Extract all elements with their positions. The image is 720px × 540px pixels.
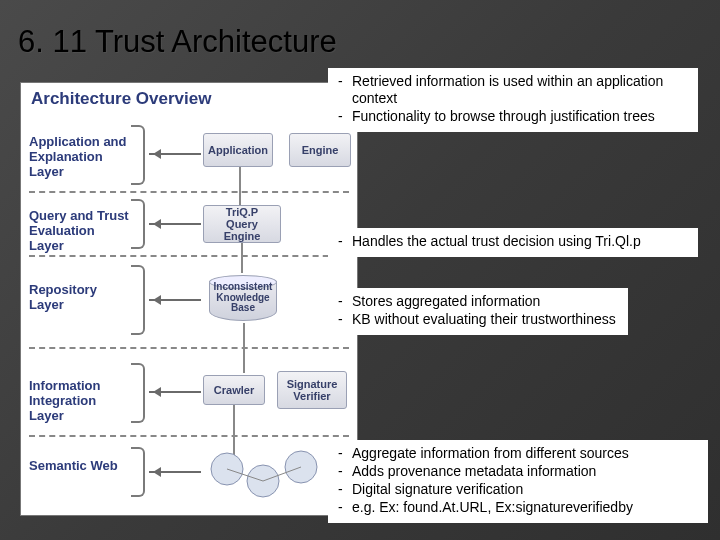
note-item: Retrieved information is used within an … xyxy=(334,73,692,107)
architecture-diagram: Architecture Overview Application and Ex… xyxy=(20,82,358,516)
note-item: Adds provenance metadata information xyxy=(334,463,702,480)
brace-icon xyxy=(131,447,145,497)
arrow-icon xyxy=(149,153,201,155)
box-text: Verifier xyxy=(293,390,330,402)
brace-icon xyxy=(131,199,145,249)
note-item: KB without evaluating their trustworthin… xyxy=(334,311,622,328)
connector xyxy=(241,243,243,273)
box-text: Base xyxy=(231,302,255,313)
brace-icon xyxy=(131,363,145,423)
layer-label-text: Application and xyxy=(29,134,127,149)
note-item: Digital signature verification xyxy=(334,481,702,498)
note-item: e.g. Ex: found.At.URL, Ex:signatureverif… xyxy=(334,499,702,516)
layer-label-4: Information Integration Layer xyxy=(29,379,131,424)
layer-label-5: Semantic Web xyxy=(29,459,131,474)
note-1: Retrieved information is used within an … xyxy=(328,68,698,132)
separator xyxy=(29,191,349,193)
note-item: Stores aggregated information xyxy=(334,293,622,310)
box-text: Knowledge xyxy=(216,292,269,303)
box-text: Query Engine xyxy=(224,218,261,242)
cylinder-kb: InconsistentKnowledgeBase xyxy=(209,275,277,321)
arrow-icon xyxy=(149,223,201,225)
box-text: TriQ.P xyxy=(226,206,258,218)
separator xyxy=(29,255,349,257)
box-query-engine: TriQ.PQuery Engine xyxy=(203,205,281,243)
connector xyxy=(243,323,245,373)
layer-label-text: Query and Trust xyxy=(29,208,129,223)
layer-label-text: Explanation Layer xyxy=(29,149,103,179)
separator xyxy=(29,347,349,349)
box-application: Application xyxy=(203,133,273,167)
arrow-icon xyxy=(149,471,201,473)
layer-label-2: Query and Trust Evaluation Layer xyxy=(29,209,131,254)
note-4: Aggregate information from different sou… xyxy=(328,440,708,523)
box-text: Inconsistent xyxy=(214,281,273,292)
box-signature-verifier: SignatureVerifier xyxy=(277,371,347,409)
layer-label-text: Information xyxy=(29,378,101,393)
layer-label-text: Evaluation Layer xyxy=(29,223,95,253)
box-engine: Engine xyxy=(289,133,351,167)
page-title: 6. 11 Trust Architecture xyxy=(18,24,702,60)
separator xyxy=(29,435,349,437)
arrow-icon xyxy=(149,391,201,393)
overview-title: Architecture Overview xyxy=(31,89,211,109)
box-crawler: Crawler xyxy=(203,375,265,405)
box-text: Signature xyxy=(287,378,338,390)
note-3: Stores aggregated information KB without… xyxy=(328,288,628,335)
layer-label-1: Application and Explanation Layer xyxy=(29,135,131,180)
brace-icon xyxy=(131,125,145,185)
layer-label-text: Integration Layer xyxy=(29,393,96,423)
layer-label-text: Semantic Web xyxy=(29,458,118,473)
slide: 6. 11 Trust Architecture Architecture Ov… xyxy=(0,0,720,540)
connector xyxy=(239,167,241,205)
note-item: Aggregate information from different sou… xyxy=(334,445,702,462)
brace-icon xyxy=(131,265,145,335)
arrow-icon xyxy=(149,299,201,301)
note-item: Handles the actual trust decision using … xyxy=(334,233,692,250)
note-item: Functionality to browse through justific… xyxy=(334,108,692,125)
note-2: Handles the actual trust decision using … xyxy=(328,228,698,257)
layer-label-3: Repository Layer xyxy=(29,283,131,313)
globe-icon xyxy=(207,449,327,507)
layer-label-text: Repository Layer xyxy=(29,282,97,312)
